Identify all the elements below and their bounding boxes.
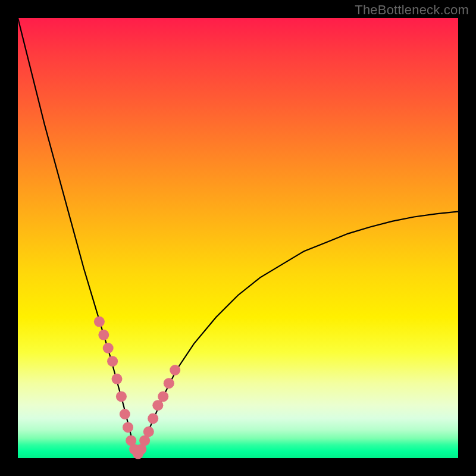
chart-frame: TheBottleneck.com [0,0,476,476]
marker-dot [94,317,105,327]
marker-dot [164,378,174,389]
marker-dot [123,422,133,433]
marker-dot [158,391,168,402]
marker-dot [98,330,109,340]
bottleneck-curve [18,18,458,454]
marker-dot [103,343,114,353]
marker-dot [112,374,123,384]
marker-dot [120,409,130,419]
marker-dot [107,356,118,367]
marker-dot [116,391,127,402]
marker-dot [148,413,158,424]
marker-dot [143,427,154,437]
marker-dot [170,365,180,375]
plot-area [18,18,458,458]
curve-layer [18,18,458,458]
marker-group [94,317,180,459]
watermark-text: TheBottleneck.com [355,2,469,18]
